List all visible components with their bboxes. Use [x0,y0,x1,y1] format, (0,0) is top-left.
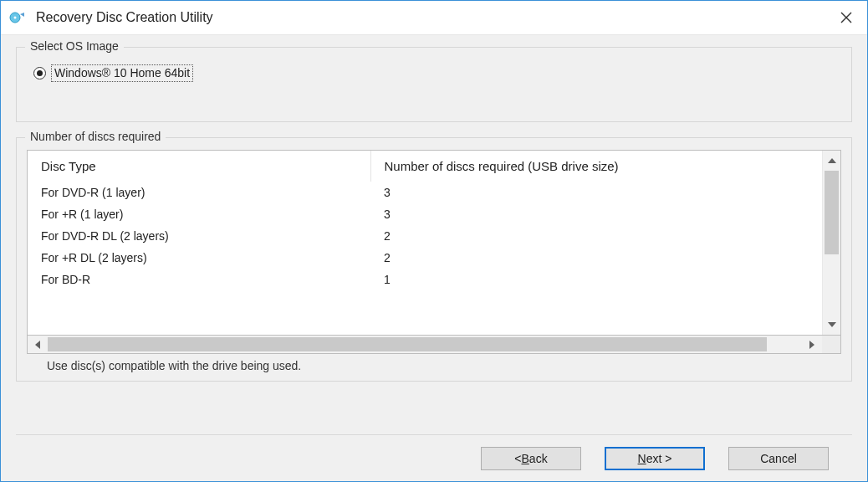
cell-disc-type: For +R DL (2 layers) [28,247,370,269]
cell-disc-count: 2 [370,225,822,247]
disc-table-body: Disc Type Number of discs required (USB … [28,151,822,335]
scroll-up-button[interactable] [823,151,840,171]
window-title: Recovery Disc Creation Utility [36,10,825,25]
radio-icon [33,67,46,79]
cell-disc-count: 2 [370,247,822,269]
close-button[interactable] [825,4,867,31]
table-header-row: Disc Type Number of discs required (USB … [28,151,822,182]
scroll-down-button[interactable] [823,315,840,335]
compat-hint: Use disc(s) compatible with the drive be… [27,354,841,372]
cancel-button[interactable]: Cancel [728,447,829,470]
discs-legend: Number of discs required [25,130,166,143]
cell-disc-type: For DVD-R DL (2 layers) [28,225,370,247]
table-row[interactable]: For +R DL (2 layers) 2 [28,247,822,269]
disc-table: Disc Type Number of discs required (USB … [28,151,822,290]
cell-disc-type: For DVD-R (1 layer) [28,182,370,203]
cell-disc-count: 3 [370,182,822,203]
scroll-corner [822,336,840,353]
chevron-left-icon [35,341,40,349]
button-bar: < Back Next > Cancel [16,434,852,481]
vscroll-track[interactable] [823,171,840,315]
vertical-scrollbar[interactable] [822,151,840,335]
scroll-left-button[interactable] [28,336,48,353]
cell-disc-count: 3 [370,203,822,225]
app-icon [9,11,26,24]
chevron-right-icon [809,341,814,349]
next-button[interactable]: Next > [605,447,705,470]
cell-disc-count: 1 [370,269,822,290]
close-icon [840,12,852,23]
os-image-group: Select OS Image Windows® 10 Home 64bit [16,47,852,122]
scroll-right-button[interactable] [802,336,822,353]
header-disc-count: Number of discs required (USB drive size… [370,151,822,182]
content-area: Select OS Image Windows® 10 Home 64bit N… [1,34,867,481]
discs-required-group: Number of discs required Disc Type Numbe… [16,137,852,382]
hscroll-track[interactable] [48,336,802,353]
titlebar: Recovery Disc Creation Utility [1,1,867,34]
table-row[interactable]: For DVD-R (1 layer) 3 [28,182,822,203]
window: Recovery Disc Creation Utility Select OS… [0,0,868,482]
os-image-legend: Select OS Image [25,39,124,53]
vscroll-thumb[interactable] [825,171,839,254]
cell-disc-type: For BD-R [28,269,370,290]
svg-point-1 [14,17,17,19]
cell-disc-type: For +R (1 layer) [28,203,370,225]
os-option-radio[interactable]: Windows® 10 Home 64bit [33,64,193,82]
back-button[interactable]: < Back [481,447,581,470]
os-option-label: Windows® 10 Home 64bit [51,64,193,82]
header-disc-type: Disc Type [28,151,370,182]
hscroll-thumb[interactable] [48,337,767,351]
chevron-down-icon [828,322,836,327]
chevron-up-icon [828,158,836,163]
table-row[interactable]: For DVD-R DL (2 layers) 2 [28,225,822,247]
table-row[interactable]: For +R (1 layer) 3 [28,203,822,225]
disc-table-wrap: Disc Type Number of discs required (USB … [27,150,841,336]
horizontal-scrollbar[interactable] [27,336,841,354]
table-row[interactable]: For BD-R 1 [28,269,822,290]
